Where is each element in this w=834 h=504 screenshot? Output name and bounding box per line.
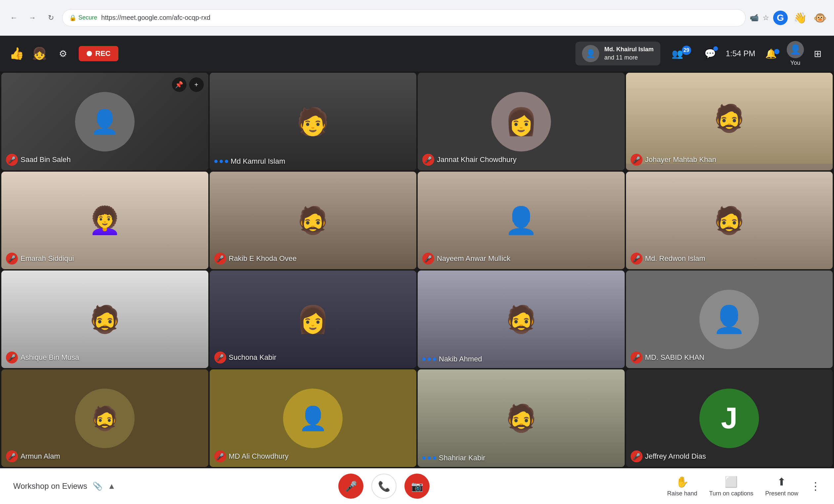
tile-rakib: 🧔 🎤 Rakib E Khoda Ovee <box>210 172 417 269</box>
tile-name-8: 🎤 Md. Redwon Islam <box>631 253 705 265</box>
user-avatar[interactable]: 👤 <box>787 41 804 58</box>
talking-dots-2 <box>214 160 228 163</box>
mute-icon-3: 🎤 <box>422 154 434 166</box>
mute-icon-7: 🎤 <box>422 253 434 265</box>
mute-icon-9: 🎤 <box>6 352 18 364</box>
people-icon: 👥 <box>672 48 683 59</box>
grid-button[interactable]: ⊞ <box>811 45 825 63</box>
cast-icon[interactable]: 📹 <box>750 14 759 22</box>
participant-name-4: Johayer Mahtab Khan <box>645 155 716 164</box>
camera-button[interactable]: 📷 <box>404 474 430 499</box>
raise-hand-control[interactable]: ✋ Raise hand <box>667 476 697 497</box>
participant-name-14: MD Ali Chowdhury <box>229 452 289 461</box>
dot15-3 <box>433 456 436 460</box>
notification-area: 🔔 <box>762 48 780 59</box>
rec-button[interactable]: REC <box>79 46 118 61</box>
back-button[interactable]: ← <box>7 10 21 25</box>
you-label: You <box>790 60 800 66</box>
bookmark-icon[interactable]: ☆ <box>763 14 769 22</box>
participant-name-16: Jeffrey Arnold Dias <box>645 452 706 461</box>
tile-nakib: 🧔 Nakib Ahmed <box>418 270 625 368</box>
participant-name-5: Emarah Siddiqui <box>21 254 74 263</box>
more-button-1[interactable]: + <box>189 78 204 92</box>
link-icon: 📎 <box>93 482 103 491</box>
mute-icon-12: 🎤 <box>631 352 642 364</box>
meeting-title: Workshop on Eviews <box>13 482 87 491</box>
mute-icon-14: 🎤 <box>214 451 226 462</box>
right-controls: ✋ Raise hand ⬜ Turn on captions ⬆ Presen… <box>622 476 821 497</box>
tile-name-3: 🎤 Jannat Khair Chowdhury <box>422 154 517 166</box>
video-grid: 👤 📌 + 🎤 Saad Bin Saleh 🧑 Md Kamrul Islam <box>0 71 834 468</box>
participants-more: and 11 more <box>605 53 654 62</box>
tile-name-4: 🎤 Johayer Mahtab Khan <box>631 154 716 166</box>
time-display: 1:54 PM <box>726 49 755 58</box>
tile-shahriar: 🧔 Shahriar Kabir <box>418 369 625 467</box>
present-control[interactable]: ⬆ Present now <box>765 476 798 497</box>
tile-md-kamrul-islam: 🧑 Md Kamrul Islam <box>210 73 417 170</box>
tile-bg-15: 🧔 <box>418 369 625 467</box>
forward-button[interactable]: → <box>25 10 40 25</box>
mute-icon-10: 🎤 <box>214 352 226 364</box>
tile-name-15: Shahriar Kabir <box>422 454 485 462</box>
reload-button[interactable]: ↻ <box>44 10 58 25</box>
bottom-bar: Workshop on Eviews 📎 ▲ 🎤 📞 📷 ✋ Raise han… <box>0 468 834 504</box>
dot15-1 <box>422 456 425 460</box>
participant-name-6: Rakib E Khoda Ovee <box>229 254 297 263</box>
tile-name-6: 🎤 Rakib E Khoda Ovee <box>214 253 297 265</box>
meeting-info[interactable]: 👤 Md. Khairul Islam and 11 more <box>575 42 660 65</box>
host-name: Md. Khairul Islam <box>605 45 654 53</box>
talking-dots-11 <box>422 357 436 361</box>
thumbs-up-emoji[interactable]: 👍 <box>9 47 24 61</box>
secure-badge: 🔒 Secure <box>69 14 97 22</box>
mute-button[interactable]: 🎤 <box>338 474 364 499</box>
meeting-title-area: Workshop on Eviews 📎 ▲ <box>13 482 146 491</box>
girl-emoji[interactable]: 👧 <box>32 47 47 61</box>
participant-name-2: Md Kamrul Islam <box>231 157 285 166</box>
tile-sabid: 👤 🎤 MD. SABID KHAN <box>626 270 833 368</box>
end-call-button[interactable]: 📞 <box>371 474 396 499</box>
talking-dots-15 <box>422 456 436 460</box>
participant-name-11: Nakib Ahmed <box>439 355 482 364</box>
pin-button-1[interactable]: 📌 <box>172 78 186 92</box>
people-button[interactable]: 👥 29 <box>668 45 695 63</box>
avatar-saad: 👤 <box>75 92 135 151</box>
chrome-emoji-icon[interactable]: 👋 <box>793 10 808 25</box>
meet-toolbar: 👍 👧 ⚙ REC 👤 Md. Khairul Islam and 11 mor… <box>0 36 834 71</box>
mute-icon-8: 🎤 <box>631 253 642 265</box>
chevron-up-icon[interactable]: ▲ <box>108 482 116 491</box>
mute-icon-4: 🎤 <box>631 154 642 166</box>
tile-bg-11: 🧔 <box>418 270 625 368</box>
captions-control[interactable]: ⬜ Turn on captions <box>709 476 753 497</box>
mute-icon-13: 🎤 <box>6 451 18 462</box>
participant-name-7: Nayeem Anwar Mullick <box>437 254 510 263</box>
captions-icon: ⬜ <box>725 476 738 488</box>
tile-ashique: 🧔 🎤 Ashique Bin Musa <box>1 270 208 368</box>
toolbar-right: 👥 29 💬 1:54 PM 🔔 👤 You ⊞ <box>668 41 825 66</box>
captions-label: Turn on captions <box>709 490 753 497</box>
participant-name-12: MD. SABID KHAN <box>645 353 705 362</box>
settings-button[interactable]: ⚙ <box>55 46 71 62</box>
tile-name-5: 🎤 Emarah Siddiqui <box>6 253 74 265</box>
mute-icon-5: 🎤 <box>6 253 18 265</box>
url-text: https://meet.google.com/afc-ocqp-rxd <box>101 14 210 22</box>
raise-hand-icon: ✋ <box>676 476 689 488</box>
tile-nayeem: 👤 🎤 Nayeem Anwar Mullick <box>418 172 625 269</box>
tile-armun: 🧔 🎤 Armun Alam <box>1 369 208 467</box>
tile-bg-2: 🧑 <box>210 73 417 170</box>
tile-name-2: Md Kamrul Islam <box>214 157 285 166</box>
participant-name-13: Armun Alam <box>21 452 60 461</box>
participant-name-10: Suchona Kabir <box>229 353 277 362</box>
dot2 <box>220 160 223 163</box>
tile-ali: 👤 🎤 MD Ali Chowdhury <box>210 369 417 467</box>
tile-saad-bin-saleh: 👤 📌 + 🎤 Saad Bin Saleh <box>1 73 208 170</box>
raise-hand-label: Raise hand <box>667 490 697 497</box>
address-bar[interactable]: 🔒 Secure https://meet.google.com/afc-ocq… <box>62 9 746 26</box>
chat-button[interactable]: 💬 <box>701 45 719 63</box>
chrome-monkey-icon[interactable]: 🐵 <box>813 10 827 25</box>
participant-name-1: Saad Bin Saleh <box>21 155 71 164</box>
tile-jeffrey: J 🎤 Jeffrey Arnold Dias <box>626 369 833 467</box>
more-options-button[interactable]: ⋮ <box>810 480 821 492</box>
chrome-avatar-green[interactable]: G <box>773 10 788 25</box>
host-avatar: 👤 <box>582 45 599 62</box>
rec-label: REC <box>95 49 110 58</box>
